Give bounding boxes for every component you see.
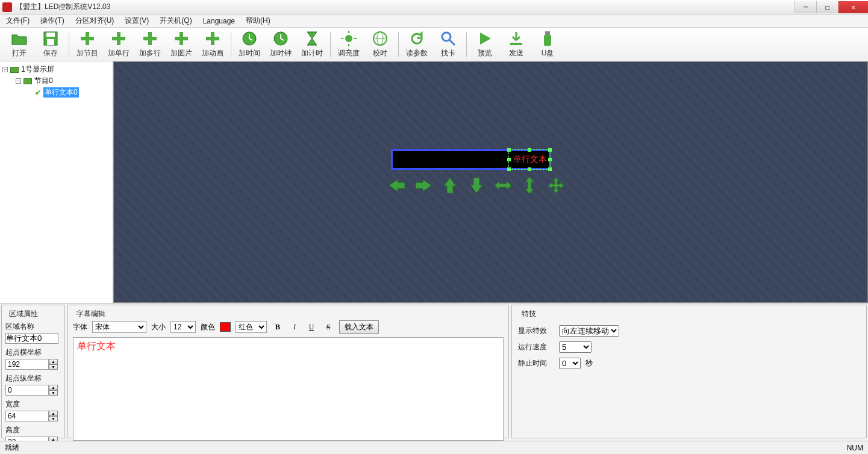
toolbar-download-button[interactable]: 发送 — [502, 29, 531, 60]
toolbar-label: 加时钟 — [270, 48, 292, 58]
screen-icon — [10, 67, 19, 73]
sun-icon — [340, 30, 357, 47]
maximize-button[interactable]: ☐ — [816, 1, 838, 13]
toolbar-label: U盘 — [542, 48, 554, 58]
svg-marker-34 — [525, 177, 534, 194]
x-input[interactable] — [5, 359, 49, 370]
editor-panel: 字幕编辑 字体 宋体 大小 12 颜色 红色 B I U S 载入文本 单行文本 — [67, 305, 509, 438]
y-input[interactable] — [5, 385, 49, 396]
arrow-move-icon[interactable] — [547, 176, 565, 194]
tree-expand-icon[interactable]: − — [16, 78, 21, 84]
effect-label: 显示特效 — [518, 326, 554, 336]
toolbar-label: 加单行 — [108, 48, 130, 58]
canvas-pane[interactable]: 单行文本 — [113, 61, 868, 303]
fx-title: 特技 — [518, 308, 860, 320]
toolbar-plus-button[interactable]: 加多行 — [136, 29, 164, 60]
toolbar-clock-button[interactable]: 加时间 — [235, 29, 264, 60]
toolbar-clock-button[interactable]: 加时钟 — [266, 29, 295, 60]
toolbar-label: 发送 — [509, 48, 523, 58]
arrow-down-icon[interactable] — [467, 176, 486, 194]
svg-marker-30 — [416, 179, 431, 191]
menu-align[interactable]: 分区对齐(U) — [75, 16, 114, 26]
strike-button[interactable]: S — [322, 322, 334, 332]
menu-help[interactable]: 帮助(H) — [246, 16, 270, 26]
toolbar-play-button[interactable]: 预览 — [470, 29, 499, 60]
toolbar-save-button[interactable]: 保存 — [36, 29, 65, 60]
search-icon — [440, 30, 457, 47]
toolbar: 打开保存加节目加单行加多行加图片加动画加时间加时钟加计时调亮度校时读参数找卡预览… — [0, 28, 868, 61]
load-text-button[interactable]: 载入文本 — [339, 320, 379, 334]
font-select[interactable]: 宋体 — [92, 321, 146, 333]
arrow-left-icon[interactable] — [388, 176, 406, 194]
save-icon — [42, 30, 59, 47]
menu-settings[interactable]: 设置(V) — [125, 16, 149, 26]
svg-point-23 — [442, 33, 451, 41]
app-icon — [2, 2, 12, 12]
effect-select[interactable]: 向左连续移动 — [559, 325, 619, 337]
toolbar-label: 加动画 — [202, 48, 223, 58]
svg-marker-25 — [480, 33, 491, 45]
spin-down-icon[interactable]: ▼ — [49, 416, 58, 421]
bold-button[interactable]: B — [272, 322, 284, 332]
toolbar-label: 加图片 — [170, 48, 192, 58]
download-icon — [508, 30, 525, 47]
svg-rect-12 — [206, 37, 219, 40]
name-input[interactable] — [5, 333, 58, 344]
tree-program[interactable]: 节目0 — [34, 76, 53, 86]
spin-up-icon[interactable]: ▲ — [49, 359, 58, 364]
tree-expand-icon[interactable]: − — [2, 67, 8, 72]
name-label: 区域名称 — [5, 322, 61, 332]
arrow-up-icon[interactable] — [441, 176, 459, 194]
minimize-button[interactable]: ─ — [795, 1, 816, 13]
spin-up-icon[interactable]: ▲ — [49, 411, 58, 416]
toolbar-plus-button[interactable]: 加单行 — [104, 29, 133, 60]
toolbar-hourglass-button[interactable]: 加计时 — [298, 29, 326, 60]
content-textarea[interactable]: 单行文本 — [73, 337, 504, 441]
hold-select[interactable]: 0 — [559, 358, 581, 369]
svg-marker-35 — [548, 178, 564, 193]
toolbar-label: 加计时 — [301, 48, 323, 58]
menu-operation[interactable]: 操作(T) — [40, 16, 64, 26]
toolbar-plus-button[interactable]: 加图片 — [167, 29, 196, 60]
arrow-horizontal-icon[interactable] — [494, 176, 512, 194]
tree-root[interactable]: 1号显示屏 — [21, 64, 54, 75]
led-preview-frame[interactable]: 单行文本 — [391, 149, 551, 170]
status-num: NUM — [847, 444, 863, 452]
tree-item-selected[interactable]: 单行文本0 — [43, 87, 79, 98]
menu-file[interactable]: 文件(F) — [6, 16, 30, 26]
color-select[interactable]: 红色 — [236, 321, 267, 333]
italic-button[interactable]: I — [289, 322, 301, 332]
toolbar-globe-button[interactable]: 校时 — [366, 29, 395, 60]
toolbar-search-button[interactable]: 找卡 — [434, 29, 463, 60]
spin-down-icon[interactable]: ▼ — [49, 364, 58, 370]
toolbar-sun-button[interactable]: 调亮度 — [334, 29, 363, 60]
toolbar-plus-button[interactable]: 加节目 — [73, 29, 102, 60]
titlebar: 【盟主】LED控制系统V12.03 ─ ☐ ✕ — [0, 0, 868, 14]
underline-button[interactable]: U — [305, 322, 317, 332]
svg-rect-28 — [544, 35, 551, 46]
toolbar-label: 打开 — [12, 48, 27, 58]
spin-up-icon[interactable]: ▲ — [49, 385, 58, 390]
menu-power[interactable]: 开关机(Q) — [160, 16, 192, 26]
toolbar-usb-button[interactable]: U盘 — [533, 29, 562, 60]
plus-icon — [173, 30, 190, 47]
toolbar-refresh-button[interactable]: 读参数 — [402, 29, 431, 60]
toolbar-folder-button[interactable]: 打开 — [5, 29, 34, 60]
close-button[interactable]: ✕ — [838, 1, 868, 13]
arrow-vertical-icon[interactable] — [520, 176, 539, 194]
w-input[interactable] — [5, 411, 49, 421]
toolbar-plus-button[interactable]: 加动画 — [198, 29, 227, 60]
menu-language[interactable]: Language — [203, 17, 235, 25]
x-label: 起点横坐标 — [5, 347, 61, 358]
size-select[interactable]: 12 — [170, 321, 196, 333]
speed-select[interactable]: 5 — [559, 341, 592, 353]
program-icon — [23, 78, 32, 84]
editor-title: 字幕编辑 — [73, 308, 504, 320]
plus-icon — [204, 30, 221, 47]
arrow-right-icon[interactable] — [414, 176, 432, 194]
spin-down-icon[interactable]: ▼ — [49, 390, 58, 396]
props-title: 区域属性 — [5, 308, 61, 320]
svg-rect-8 — [143, 37, 157, 40]
svg-rect-10 — [175, 37, 188, 40]
plus-icon — [79, 30, 96, 47]
